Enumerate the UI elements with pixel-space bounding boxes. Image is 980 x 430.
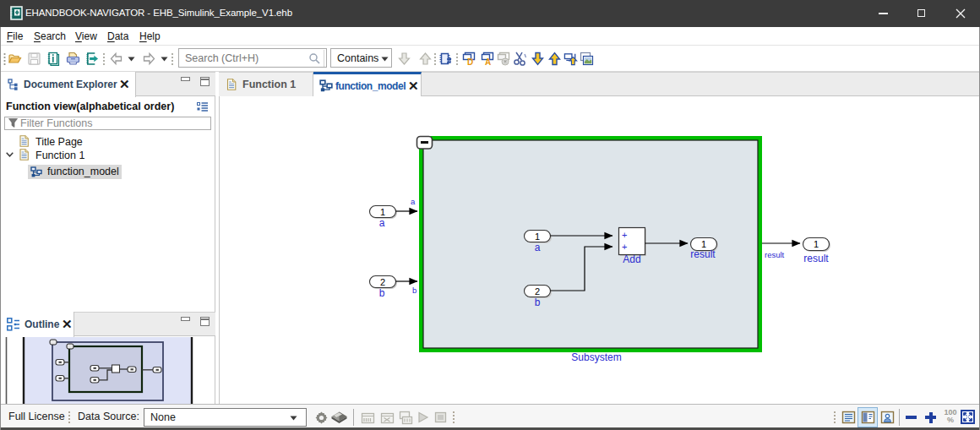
svg-text:1: 1 [535, 231, 540, 242]
svg-text:a: a [379, 217, 385, 229]
svg-text:b: b [535, 297, 541, 308]
svg-text:+: + [622, 242, 627, 252]
svg-text:1: 1 [380, 207, 385, 217]
svg-text:A: A [485, 57, 491, 67]
svg-text:2: 2 [535, 286, 540, 297]
svg-text:D: D [467, 57, 473, 67]
svg-text:b: b [379, 287, 385, 299]
svg-text:+: + [622, 230, 627, 240]
svg-text:Subsystem: Subsystem [571, 351, 621, 363]
svg-text:result: result [765, 250, 785, 259]
svg-text:a: a [535, 242, 541, 253]
svg-text:result: result [803, 253, 829, 264]
svg-text:result: result [690, 248, 716, 260]
svg-text:2: 2 [380, 277, 385, 287]
svg-text:a: a [411, 197, 416, 206]
svg-text:1: 1 [814, 239, 819, 249]
svg-text:b: b [412, 286, 416, 295]
svg-text:Add: Add [623, 253, 640, 265]
